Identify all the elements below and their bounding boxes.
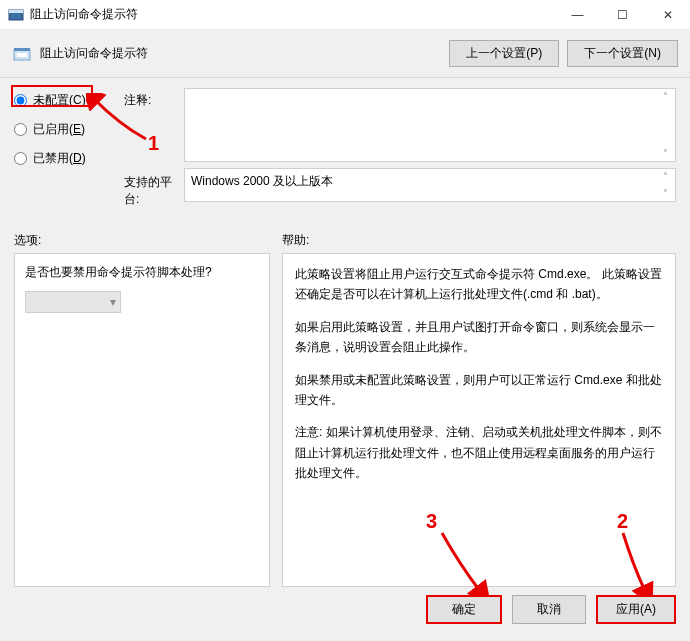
radio-disabled-input[interactable] [14, 152, 27, 165]
svg-rect-3 [14, 48, 30, 51]
options-label: 选项: [14, 232, 282, 249]
svg-rect-1 [9, 10, 23, 13]
radio-not-configured-input[interactable] [14, 94, 27, 107]
help-para: 如果启用此策略设置，并且用户试图打开命令窗口，则系统会显示一条消息，说明设置会阻… [295, 317, 663, 358]
help-para: 如果禁用或未配置此策略设置，则用户可以正常运行 Cmd.exe 和批处理文件。 [295, 370, 663, 411]
state-radiogroup: 未配置(C) 已启用(E) 已禁用(D) [14, 88, 124, 208]
maximize-button[interactable]: ☐ [600, 0, 645, 30]
subheader: 阻止访问命令提示符 上一个设置(P) 下一个设置(N) [0, 30, 690, 78]
help-para: 注意: 如果计算机使用登录、注销、启动或关机批处理文件脚本，则不阻止计算机运行批… [295, 422, 663, 483]
radio-enabled[interactable]: 已启用(E) [14, 121, 124, 138]
radio-enabled-input[interactable] [14, 123, 27, 136]
option-question: 是否也要禁用命令提示符脚本处理? [25, 264, 259, 281]
window-title: 阻止访问命令提示符 [30, 6, 555, 23]
lower-panels: 是否也要禁用命令提示符脚本处理? ▾ 此策略设置将阻止用户运行交互式命令提示符 … [0, 253, 690, 593]
minimize-button[interactable]: — [555, 0, 600, 30]
policy-icon [12, 44, 32, 64]
cancel-button[interactable]: 取消 [512, 595, 586, 624]
comment-textarea[interactable]: ˄˅ [184, 88, 676, 162]
apply-button[interactable]: 应用(A) [596, 595, 676, 624]
chevron-down-icon: ▾ [110, 295, 116, 309]
help-label: 帮助: [282, 232, 676, 249]
scrollbar-icon: ˄˅ [657, 91, 673, 159]
close-button[interactable]: ✕ [645, 0, 690, 30]
radio-disabled[interactable]: 已禁用(D) [14, 150, 124, 167]
help-para: 此策略设置将阻止用户运行交互式命令提示符 Cmd.exe。 此策略设置还确定是否… [295, 264, 663, 305]
next-setting-button[interactable]: 下一个设置(N) [567, 40, 678, 67]
script-disable-dropdown[interactable]: ▾ [25, 291, 121, 313]
window-controls: — ☐ ✕ [555, 0, 690, 29]
dialog-buttons: 确定 取消 应用(A) [0, 593, 690, 634]
svg-rect-4 [17, 53, 27, 57]
minimize-icon: — [572, 8, 584, 22]
subheader-title: 阻止访问命令提示符 [40, 45, 449, 62]
platform-label: 支持的平台: [124, 168, 184, 208]
ok-button[interactable]: 确定 [426, 595, 502, 624]
help-panel[interactable]: 此策略设置将阻止用户运行交互式命令提示符 Cmd.exe。 此策略设置还确定是否… [282, 253, 676, 587]
maximize-icon: ☐ [617, 8, 628, 22]
comment-label: 注释: [124, 88, 184, 162]
radio-not-configured[interactable]: 未配置(C) [14, 92, 124, 109]
close-icon: ✕ [663, 8, 673, 22]
titlebar: 阻止访问命令提示符 — ☐ ✕ [0, 0, 690, 30]
options-panel: 是否也要禁用命令提示符脚本处理? ▾ [14, 253, 270, 587]
scrollbar-icon: ˄˅ [657, 171, 673, 199]
config-area: 未配置(C) 已启用(E) 已禁用(D) 注释: ˄˅ 支持的平台: Windo… [0, 78, 690, 222]
app-icon [8, 7, 24, 23]
prev-setting-button[interactable]: 上一个设置(P) [449, 40, 559, 67]
platform-textbox: Windows 2000 及以上版本 ˄˅ [184, 168, 676, 202]
lower-labels: 选项: 帮助: [0, 222, 690, 253]
